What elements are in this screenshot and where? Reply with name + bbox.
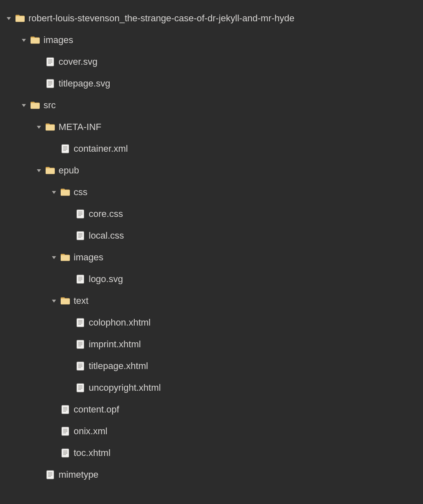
file-label-toc-xhtml: toc.xhtml (74, 448, 110, 458)
file-icon (59, 144, 71, 153)
svg-rect-40 (77, 362, 84, 370)
folder-label-epub: epub (59, 165, 79, 176)
svg-rect-5 (47, 79, 54, 88)
disclosure-triangle-icon[interactable] (34, 168, 44, 173)
folder-label-src: src (44, 100, 56, 111)
file-icon (74, 231, 86, 240)
file-icon (74, 383, 86, 392)
file-label-colophon-xhtml: colophon.xhtml (89, 317, 151, 328)
file-icon (44, 57, 56, 66)
svg-rect-55 (62, 427, 69, 435)
svg-rect-30 (77, 318, 84, 327)
disclosure-triangle-icon[interactable] (49, 298, 59, 303)
svg-rect-20 (77, 232, 84, 240)
svg-rect-25 (77, 275, 84, 283)
file-row-imprint-xhtml[interactable]: imprint.xhtml (4, 333, 419, 355)
folder-label-robert-louis-stevenson-the-strange-case-of-dr-jekyll-and-mr-: robert-louis-stevenson_the-strange-case-… (28, 13, 295, 24)
folder-icon (29, 36, 41, 44)
file-label-container-xml: container.xml (74, 143, 128, 154)
file-row-titlepage-svg[interactable]: titlepage.svg (4, 73, 419, 94)
disclosure-triangle-icon[interactable] (49, 190, 59, 195)
folder-row-src[interactable]: src (4, 94, 419, 116)
file-icon (74, 361, 86, 371)
file-row-core-css[interactable]: core.css (4, 203, 419, 225)
svg-rect-15 (77, 210, 84, 218)
svg-rect-60 (62, 449, 69, 457)
file-icon (74, 275, 86, 284)
folder-row-images[interactable]: images (4, 29, 419, 51)
file-row-titlepage-xhtml[interactable]: titlepage.xhtml (4, 355, 419, 377)
file-row-cover-svg[interactable]: cover.svg (4, 51, 419, 73)
file-row-uncopyright-xhtml[interactable]: uncopyright.xhtml (4, 377, 419, 399)
file-icon (44, 79, 56, 88)
svg-rect-65 (47, 471, 54, 479)
folder-icon (44, 166, 56, 175)
file-row-toc-xhtml[interactable]: toc.xhtml (4, 442, 419, 464)
folder-label-text: text (74, 295, 88, 306)
folder-row-epub[interactable]: epub (4, 160, 419, 181)
file-row-mimetype[interactable]: mimetype (4, 464, 419, 486)
folder-label-css: css (74, 187, 87, 198)
folder-row-robert-louis-stevenson-the-strange-case-of-dr-jekyll-and-mr-[interactable]: robert-louis-stevenson_the-strange-case-… (4, 8, 419, 29)
folder-row-css[interactable]: css (4, 181, 419, 203)
file-icon (74, 340, 86, 349)
file-label-titlepage-xhtml: titlepage.xhtml (89, 361, 148, 372)
file-row-logo-svg[interactable]: logo.svg (4, 268, 419, 290)
disclosure-triangle-icon[interactable] (19, 103, 28, 108)
disclosure-triangle-icon[interactable] (4, 16, 13, 21)
folder-row-images[interactable]: images (4, 247, 419, 268)
folder-icon (59, 297, 71, 305)
folder-icon (29, 101, 41, 109)
folder-label-meta-inf: META-INF (59, 122, 101, 132)
disclosure-triangle-icon[interactable] (19, 38, 28, 43)
disclosure-triangle-icon[interactable] (34, 125, 44, 130)
file-label-core-css: core.css (89, 209, 123, 219)
folder-icon (59, 188, 71, 196)
folder-label-images: images (44, 35, 73, 46)
file-label-onix-xml: onix.xml (74, 426, 108, 437)
svg-rect-35 (77, 340, 84, 349)
file-row-local-css[interactable]: local.css (4, 225, 419, 247)
file-label-local-css: local.css (89, 230, 124, 241)
file-label-imprint-xhtml: imprint.xhtml (89, 339, 141, 350)
folder-icon (14, 14, 26, 23)
folder-row-meta-inf[interactable]: META-INF (4, 116, 419, 138)
disclosure-triangle-icon[interactable] (49, 255, 59, 260)
file-tree: robert-louis-stevenson_the-strange-case-… (0, 0, 423, 490)
file-icon (74, 209, 86, 219)
folder-icon (44, 123, 56, 131)
folder-row-text[interactable]: text (4, 290, 419, 312)
file-icon (59, 448, 71, 458)
file-label-titlepage-svg: titlepage.svg (59, 78, 110, 89)
file-icon (74, 318, 86, 327)
svg-rect-45 (77, 384, 84, 392)
file-label-cover-svg: cover.svg (59, 56, 97, 67)
file-icon (59, 427, 71, 436)
file-icon (59, 405, 71, 414)
file-label-uncopyright-xhtml: uncopyright.xhtml (89, 382, 161, 393)
file-icon (44, 470, 56, 479)
svg-rect-10 (62, 145, 69, 153)
file-row-content-opf[interactable]: content.opf (4, 399, 419, 420)
file-row-onix-xml[interactable]: onix.xml (4, 420, 419, 442)
file-label-content-opf: content.opf (74, 404, 119, 415)
folder-label-images: images (74, 252, 103, 263)
file-label-logo-svg: logo.svg (89, 274, 123, 285)
folder-icon (59, 253, 71, 262)
svg-rect-0 (47, 58, 54, 66)
file-label-mimetype: mimetype (59, 469, 98, 480)
svg-rect-50 (62, 405, 69, 414)
file-row-container-xml[interactable]: container.xml (4, 138, 419, 160)
file-row-colophon-xhtml[interactable]: colophon.xhtml (4, 312, 419, 333)
